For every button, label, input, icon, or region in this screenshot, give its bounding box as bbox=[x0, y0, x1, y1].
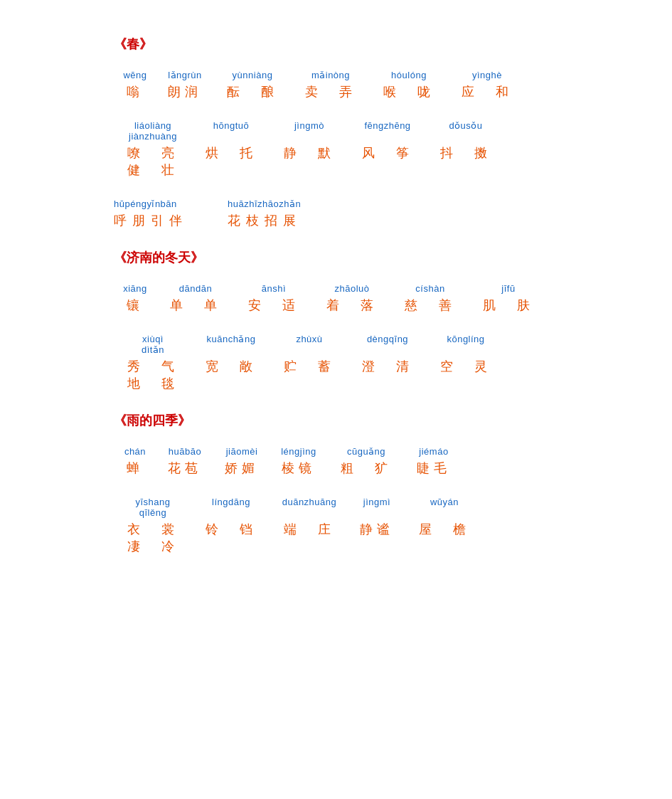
hanzi-kongling: 空 灵 bbox=[427, 358, 505, 375]
pinyin-dandan: dāndān bbox=[156, 283, 235, 294]
pinyin-wuyan: wūyán bbox=[405, 497, 484, 507]
hanzi-jifu: 肌 肤 bbox=[469, 297, 548, 314]
vocab-block-jinan-1: xiāng dāndān ānshì zhāoluò císhàn jīfū 镶… bbox=[114, 283, 558, 314]
pinyin-cishan: císhàn bbox=[391, 283, 469, 294]
hanzi-yinghe: 应 和 bbox=[448, 83, 526, 100]
hanzi-yunniang: 酝 酿 bbox=[213, 83, 292, 100]
hanzi-zhaoluo: 着 落 bbox=[313, 297, 391, 314]
pinyin-huazhi: huāzhīzhāozhǎn bbox=[228, 199, 356, 209]
pinyin-xiuqi: xiùqì bbox=[114, 334, 192, 344]
pinyin-kuanchang: kuānchǎng bbox=[192, 334, 270, 344]
section-yusiji: 《雨的四季》 chán huābāo jiāomèi léngjìng cūgu… bbox=[114, 412, 558, 555]
pinyin-yinghe: yìnghè bbox=[448, 70, 526, 80]
hanzi-huazhi: 花枝招展 bbox=[228, 212, 356, 229]
hanzi-xiang: 镶 bbox=[114, 297, 156, 314]
section-jinan: 《济南的冬天》 xiāng dāndān ānshì zhāoluò císhà… bbox=[114, 249, 558, 392]
pinyin-dengqing: dèngqīng bbox=[348, 334, 427, 344]
pinyin-yunniang: yùnniàng bbox=[213, 70, 292, 80]
page-container: 《春》 wēng lǎngrùn yùnniàng mǎinòng hóulón… bbox=[114, 36, 558, 555]
pinyin-lingdang: língdāng bbox=[192, 497, 270, 507]
pinyin-jianzhuang: jiànzhuàng bbox=[114, 131, 192, 142]
hanzi-jianzhuang: 健 壮 bbox=[114, 162, 192, 179]
pinyin-zhuxu: zhùxù bbox=[270, 334, 348, 344]
vocab-block-yu-1: chán huābāo jiāomèi léngjìng cūguǎng jié… bbox=[114, 446, 558, 477]
hanzi-cuguang: 粗 犷 bbox=[327, 460, 405, 477]
pinyin-hupeng: hūpéngyǐnbān bbox=[114, 199, 228, 209]
hanzi-row-jinan-2: 秀 气 宽 敞 贮 蓄 澄 清 空 灵 地 毯 bbox=[114, 358, 558, 392]
hanzi-row-chun-1: 嗡 朗润 酝 酿 卖 弄 喉 咙 应 和 bbox=[114, 83, 558, 100]
hanzi-row-chun-3: 呼朋引伴 花枝招展 bbox=[114, 212, 558, 229]
hanzi-row-chun-2: 嘹 亮 烘 托 静 默 风 筝 抖 擞 健 壮 bbox=[114, 144, 558, 179]
pinyin-lengjing: léngjìng bbox=[270, 446, 327, 457]
hanzi-weng: 嗡 bbox=[114, 83, 156, 100]
pinyin-liaoliang: liáoliàng bbox=[114, 120, 192, 131]
hanzi-hupeng: 呼朋引伴 bbox=[114, 212, 228, 229]
hanzi-xiuqi: 秀 气 bbox=[114, 358, 192, 375]
pinyin-jiemao: jiémáo bbox=[405, 446, 462, 457]
hanzi-row-yu-1: 蝉 花苞 娇媚 棱镜 粗 犷 睫毛 bbox=[114, 460, 558, 477]
hanzi-fengzheng: 风 筝 bbox=[348, 144, 427, 162]
pinyin-row-chun-2: liáoliàng hōngtuō jìngmò fēngzhēng dǒusǒ… bbox=[114, 120, 558, 142]
vocab-block-yu-2: yīshang língdāng duānzhuāng jìngmì wūyán… bbox=[114, 497, 558, 555]
pinyin-jifu: jīfū bbox=[469, 283, 548, 294]
pinyin-jingmo: jìngmò bbox=[270, 120, 348, 131]
hanzi-dousou: 抖 擞 bbox=[427, 144, 505, 162]
pinyin-chan: chán bbox=[114, 446, 156, 457]
hanzi-chan: 蝉 bbox=[114, 460, 156, 477]
pinyin-row-jinan-1: xiāng dāndān ānshì zhāoluò císhàn jīfū bbox=[114, 283, 558, 294]
hanzi-hongtuo: 烘 托 bbox=[192, 144, 270, 162]
hanzi-anshi: 安 适 bbox=[235, 297, 313, 314]
hanzi-duanzhuang: 端 庄 bbox=[270, 521, 348, 538]
hanzi-yishang: 衣 裳 bbox=[114, 521, 192, 538]
pinyin-row-yu-2: yīshang língdāng duānzhuāng jìngmì wūyán… bbox=[114, 497, 558, 518]
section-title-jinan: 《济南的冬天》 bbox=[114, 249, 558, 266]
hanzi-jiaomei: 娇媚 bbox=[213, 460, 270, 477]
hanzi-row-jinan-1: 镶 单 单 安 适 着 落 慈 善 肌 肤 bbox=[114, 297, 558, 314]
pinyin-mainong: mǎinòng bbox=[292, 70, 370, 80]
hanzi-jiemao: 睫毛 bbox=[405, 460, 462, 477]
pinyin-fengzheng: fēngzhēng bbox=[348, 120, 427, 131]
pinyin-row-chun-3: hūpéngyǐnbān huāzhīzhāozhǎn bbox=[114, 199, 558, 209]
hanzi-zhuxu: 贮 蓄 bbox=[270, 358, 348, 375]
hanzi-dengqing: 澄 清 bbox=[348, 358, 427, 375]
hanzi-jingmi: 静谧 bbox=[348, 521, 405, 538]
section-title-chun: 《春》 bbox=[114, 36, 558, 53]
pinyin-row-yu-1: chán huābāo jiāomèi léngjìng cūguǎng jié… bbox=[114, 446, 558, 457]
hanzi-houlong: 喉 咙 bbox=[370, 83, 448, 100]
hanzi-jingmo: 静 默 bbox=[270, 144, 348, 162]
hanzi-langren: 朗润 bbox=[156, 83, 213, 100]
pinyin-kongling: kōnglíng bbox=[427, 334, 505, 344]
pinyin-hongtuo: hōngtuō bbox=[192, 120, 270, 131]
hanzi-lingdang: 铃 铛 bbox=[192, 521, 270, 538]
pinyin-langren: lǎngrùn bbox=[156, 70, 213, 80]
vocab-block-jinan-2: xiùqì kuānchǎng zhùxù dèngqīng kōnglíng … bbox=[114, 334, 558, 392]
vocab-block-chun-2: liáoliàng hōngtuō jìngmò fēngzhēng dǒusǒ… bbox=[114, 120, 558, 179]
hanzi-kuanchang: 宽 敞 bbox=[192, 358, 270, 375]
pinyin-qileng: qīlěng bbox=[114, 507, 192, 518]
section-chun: 《春》 wēng lǎngrùn yùnniàng mǎinòng hóulón… bbox=[114, 36, 558, 229]
pinyin-zhaoluo: zhāoluò bbox=[313, 283, 391, 294]
vocab-block-chun-1: wēng lǎngrùn yùnniàng mǎinòng hóulóng yì… bbox=[114, 70, 558, 100]
hanzi-cishan: 慈 善 bbox=[391, 297, 469, 314]
hanzi-huabao: 花苞 bbox=[156, 460, 213, 477]
pinyin-huabao: huābāo bbox=[156, 446, 213, 457]
hanzi-lengjing: 棱镜 bbox=[270, 460, 327, 477]
hanzi-row-yu-2: 衣 裳 铃 铛 端 庄 静谧 屋 檐 凄 冷 bbox=[114, 521, 558, 555]
hanzi-liaoliang: 嘹 亮 bbox=[114, 144, 192, 162]
pinyin-cuguang: cūguǎng bbox=[327, 446, 405, 457]
vocab-block-chun-3: hūpéngyǐnbān huāzhīzhāozhǎn 呼朋引伴 花枝招展 bbox=[114, 199, 558, 229]
hanzi-dandan: 单 单 bbox=[156, 297, 235, 314]
section-title-yusiji: 《雨的四季》 bbox=[114, 412, 558, 429]
pinyin-xiang: xiāng bbox=[114, 283, 156, 294]
hanzi-wuyan: 屋 檐 bbox=[405, 521, 484, 538]
pinyin-duanzhuang: duānzhuāng bbox=[270, 497, 348, 507]
hanzi-ditan: 地 毯 bbox=[114, 375, 192, 392]
pinyin-weng: wēng bbox=[114, 70, 156, 80]
pinyin-ditan: dìtǎn bbox=[114, 344, 192, 355]
hanzi-qileng: 凄 冷 bbox=[114, 538, 192, 555]
pinyin-houlong: hóulóng bbox=[370, 70, 448, 80]
pinyin-jiaomei: jiāomèi bbox=[213, 446, 270, 457]
pinyin-jingmi: jìngmì bbox=[348, 497, 405, 507]
pinyin-yishang: yīshang bbox=[114, 497, 192, 507]
pinyin-anshi: ānshì bbox=[235, 283, 313, 294]
